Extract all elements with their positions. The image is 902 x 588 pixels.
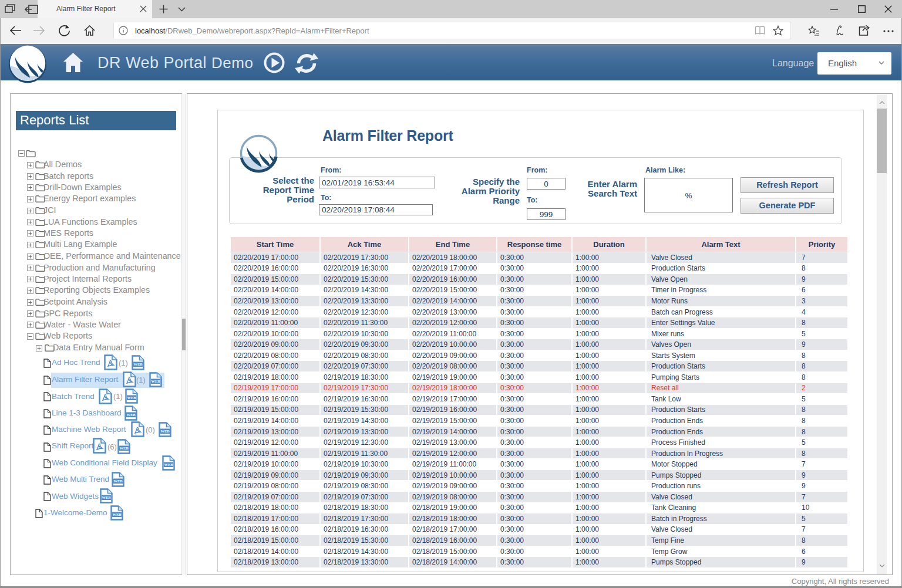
svg-text:WEB: WEB bbox=[127, 396, 137, 400]
svg-text:WEB: WEB bbox=[113, 512, 122, 516]
svg-text:WEB: WEB bbox=[127, 413, 136, 417]
svg-text:WEB: WEB bbox=[134, 362, 143, 366]
svg-text:WEB: WEB bbox=[102, 495, 112, 499]
svg-text:WEB: WEB bbox=[120, 446, 129, 450]
svg-text:WEB: WEB bbox=[152, 379, 161, 383]
svg-text:WEB: WEB bbox=[161, 429, 170, 433]
svg-text:WEB: WEB bbox=[114, 479, 123, 483]
svg-text:WEB: WEB bbox=[164, 462, 174, 467]
